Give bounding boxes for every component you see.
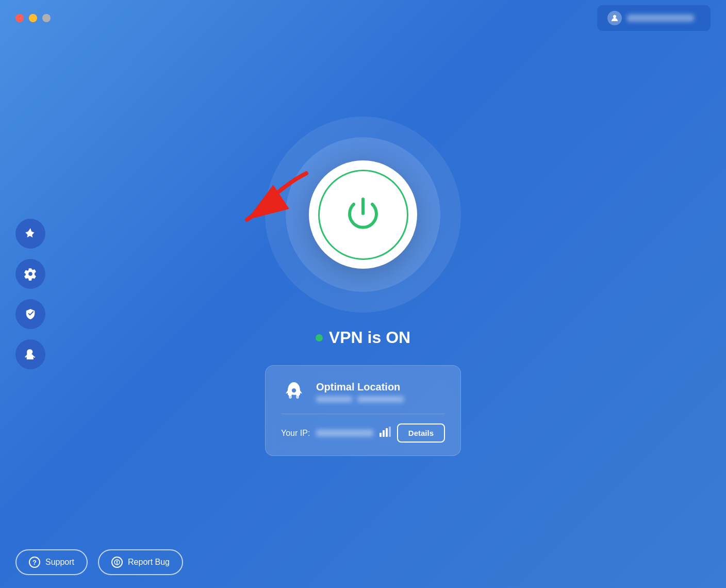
title-bar (0, 0, 726, 36)
support-label: Support (45, 558, 74, 567)
location-sub-blur-2 (357, 396, 404, 402)
power-inner-ring (318, 170, 408, 260)
report-bug-button[interactable]: Report Bug (98, 549, 183, 575)
ring-outer (265, 117, 461, 313)
svg-rect-7 (389, 427, 391, 437)
location-top: Optimal Location (281, 379, 445, 414)
power-area (265, 117, 461, 313)
details-button[interactable]: Details (397, 423, 445, 443)
ring-middle (286, 137, 440, 292)
svg-rect-4 (380, 433, 382, 437)
user-email-blurred (627, 14, 694, 22)
location-card: Optimal Location Your IP: Details (265, 365, 461, 456)
signal-icon (380, 427, 391, 439)
ip-address-blurred (316, 430, 373, 436)
svg-point-0 (613, 15, 616, 18)
support-button[interactable]: ? Support (15, 549, 88, 575)
status-dot (316, 334, 323, 341)
close-button[interactable] (15, 14, 24, 22)
window-controls (15, 14, 51, 22)
vpn-status-text: VPN is ON (329, 328, 410, 347)
maximize-button[interactable] (42, 14, 51, 22)
svg-point-9 (117, 561, 118, 562)
ip-label: Your IP: (281, 429, 310, 438)
bug-icon (111, 557, 123, 568)
user-icon (607, 11, 622, 25)
support-icon: ? (29, 557, 40, 568)
power-icon (342, 194, 384, 235)
rocket-icon (281, 379, 307, 404)
svg-rect-5 (383, 430, 385, 437)
location-bottom: Your IP: Details (281, 423, 445, 443)
svg-rect-6 (386, 428, 388, 437)
main-content: VPN is ON Optimal Location Your IP: (0, 36, 726, 536)
location-sub-blur-1 (316, 396, 352, 402)
report-bug-label: Report Bug (128, 558, 170, 567)
location-info: Optimal Location (316, 381, 404, 402)
svg-point-2 (289, 395, 292, 399)
minimize-button[interactable] (29, 14, 37, 22)
power-button[interactable] (309, 160, 417, 269)
vpn-status: VPN is ON (316, 328, 410, 347)
svg-point-3 (296, 395, 299, 399)
location-name: Optimal Location (316, 381, 404, 393)
bottom-bar: ? Support Report Bug (0, 536, 726, 588)
location-sub (316, 396, 404, 402)
user-account-button[interactable] (597, 5, 711, 31)
